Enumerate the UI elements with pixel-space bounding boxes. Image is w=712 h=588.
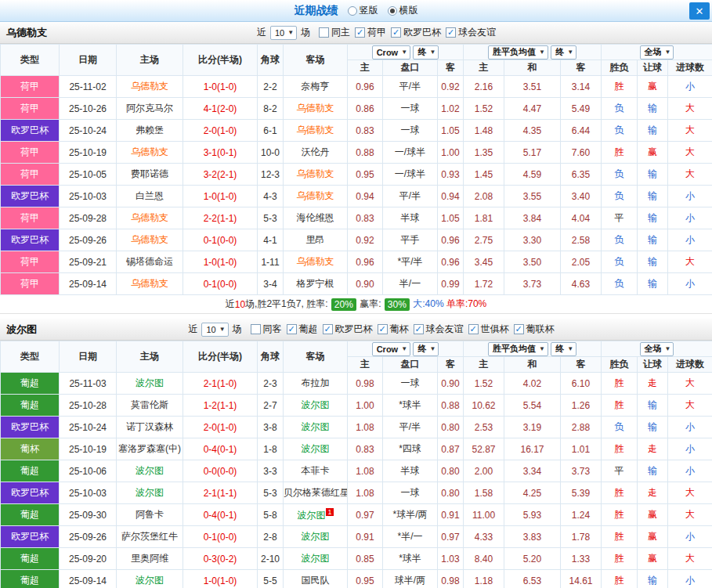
avg-away-odds: 5.39 xyxy=(561,482,602,504)
filter-option-同客[interactable]: 同客 xyxy=(251,323,282,336)
chevron-down-icon: ▼ xyxy=(429,345,436,352)
handicap-result-cell: 赢 xyxy=(638,526,668,548)
handicap-away-odds: 0.97 xyxy=(438,526,464,548)
filter-checkboxes: 同主✓荷甲✓欧罗巴杯✓球会友谊 xyxy=(314,26,496,39)
match-row: 欧罗巴杯25-10-03白兰恩1-0(1-0)4-3乌德勒支0.94平/半0.9… xyxy=(1,186,712,207)
summary-segment: 场,胜2平1负7, xyxy=(245,298,306,311)
avg-select[interactable]: 胜平负均值▼ xyxy=(488,45,548,60)
home-team-cell: 乌德勒支 xyxy=(117,142,183,164)
league-badge: 欧罗巴杯 xyxy=(1,417,60,438)
avg-away-odds: 6.10 xyxy=(561,373,602,395)
checkbox[interactable]: ✓ xyxy=(446,27,456,38)
checkbox[interactable] xyxy=(251,324,261,334)
filter-option-球会友谊[interactable]: ✓球会友谊 xyxy=(414,323,464,336)
match-count-select[interactable]: 10▼ xyxy=(201,323,228,337)
filter-option-荷甲[interactable]: ✓荷甲 xyxy=(355,26,386,39)
avg-away-odds: 6.35 xyxy=(561,164,602,186)
checkbox[interactable]: ✓ xyxy=(391,27,401,38)
handicap-line: 球半/两 xyxy=(383,570,438,588)
corner-cell: 12-3 xyxy=(258,164,284,186)
handicap-away-odds: 1.05 xyxy=(438,207,464,229)
col-avg-draw: 和 xyxy=(504,60,561,76)
filter-option-葡超[interactable]: ✓葡超 xyxy=(287,323,318,336)
col-corner: 角球 xyxy=(258,341,284,373)
near-label: 近 xyxy=(188,323,197,336)
col-goals: 进球数 xyxy=(668,357,712,373)
date-cell: 25-10-28 xyxy=(60,395,117,417)
radio-vertical[interactable]: 竖版 xyxy=(348,4,378,17)
checkbox[interactable]: ✓ xyxy=(378,324,388,334)
away-team-cell: 波尔图 xyxy=(284,417,348,438)
period-select[interactable]: 终▼ xyxy=(551,342,576,356)
handicap-result-cell: 输 xyxy=(638,460,668,482)
filter-option-葡杯[interactable]: ✓葡杯 xyxy=(378,323,409,336)
filter-option-同主[interactable]: 同主 xyxy=(319,26,350,39)
avg-away-odds: 4.04 xyxy=(561,207,602,229)
full-select[interactable]: 全场▼ xyxy=(640,342,674,356)
away-team-cell: 格罗宁根 xyxy=(284,273,348,295)
chevron-down-icon: ▼ xyxy=(429,49,436,56)
checkbox[interactable]: ✓ xyxy=(514,324,524,334)
avg-draw-odds: 3.34 xyxy=(504,460,561,482)
avg-select[interactable]: 胜平负均值▼ xyxy=(488,342,548,356)
checkbox[interactable]: ✓ xyxy=(468,324,479,334)
avg-draw-odds: 3.51 xyxy=(504,76,561,98)
filter-option-欧罗巴杯[interactable]: ✓欧罗巴杯 xyxy=(323,323,373,336)
matches-tbody: 荷甲25-11-02乌德勒支1-0(1-0)2-2奈梅亨0.96平/半0.922… xyxy=(1,76,712,295)
chevron-down-icon: ▼ xyxy=(567,345,573,352)
radio-horizontal[interactable]: 横版 xyxy=(388,4,418,17)
col-handicap: 盘口 xyxy=(383,60,438,76)
score-cell: 3-2(2-1) xyxy=(183,164,258,186)
team-name: 波尔图 xyxy=(6,323,37,337)
select-value: 胜平负均值 xyxy=(493,343,536,355)
match-count-select[interactable]: 10▼ xyxy=(270,26,297,40)
chevron-down-icon: ▼ xyxy=(401,49,407,56)
league-badge: 荷甲 xyxy=(1,164,60,186)
corner-cell: 5-3 xyxy=(258,207,284,229)
chevron-down-icon: ▼ xyxy=(567,49,573,56)
avg-home-odds: 8.40 xyxy=(464,548,504,570)
col-corner: 角球 xyxy=(258,45,284,76)
select-value: Crow xyxy=(377,48,399,57)
filter-option-葡联杯[interactable]: ✓葡联杯 xyxy=(514,323,555,336)
select-value: 全场 xyxy=(645,46,662,58)
summary-segment: 近 xyxy=(226,298,235,311)
date-cell: 25-10-03 xyxy=(60,482,117,504)
checkbox[interactable]: ✓ xyxy=(355,27,365,38)
col-avg-home: 主 xyxy=(464,60,504,76)
league-badge: 葡超 xyxy=(1,504,60,526)
score-cell: 3-1(0-1) xyxy=(183,142,258,164)
handicap-away-odds: 0.98 xyxy=(438,570,464,588)
avg-away-odds: 1.24 xyxy=(561,504,602,526)
near-label: 近 xyxy=(257,26,266,39)
handicap-away-odds: 1.03 xyxy=(438,548,464,570)
result-cell: 负 xyxy=(602,164,638,186)
chevron-down-icon: ▼ xyxy=(287,29,294,36)
checkbox[interactable]: ✓ xyxy=(287,324,297,334)
corner-cell: 3-4 xyxy=(258,273,284,295)
filter-option-球会友谊[interactable]: ✓球会友谊 xyxy=(446,26,496,39)
period-select[interactable]: 终▼ xyxy=(551,45,576,60)
filter-option-欧罗巴杯[interactable]: ✓欧罗巴杯 xyxy=(391,26,441,39)
league-badge: 葡超 xyxy=(1,395,60,417)
goals-result-cell: 小 xyxy=(668,417,712,438)
handicap-result-cell: 输 xyxy=(638,251,668,273)
checkbox[interactable] xyxy=(319,27,329,38)
home-team-cell: 萨尔茨堡红牛 xyxy=(117,526,183,548)
period-select[interactable]: 终▼ xyxy=(413,45,439,60)
bookmaker-select[interactable]: Crow▼ xyxy=(372,342,410,356)
filter-option-世俱杯[interactable]: ✓世俱杯 xyxy=(468,323,509,336)
match-row: 葡杯25-10-19塞洛罗森塞(中)0-4(0-1)1-8波尔图0.83*四球0… xyxy=(1,438,712,460)
close-button[interactable]: ✕ xyxy=(689,2,710,20)
away-team-cell: 乌德勒支 xyxy=(284,251,348,273)
full-select[interactable]: 全场▼ xyxy=(640,45,674,60)
avg-home-odds: 1.58 xyxy=(464,482,504,504)
checkbox[interactable]: ✓ xyxy=(323,324,333,334)
handicap-away-odds: 0.90 xyxy=(438,373,464,395)
checkbox-label: 葡超 xyxy=(299,323,318,336)
period-select[interactable]: 终▼ xyxy=(413,342,439,356)
checkbox[interactable]: ✓ xyxy=(414,324,424,334)
handicap-away-odds: 0.87 xyxy=(438,438,464,460)
bookmaker-select[interactable]: Crow▼ xyxy=(372,45,410,60)
date-cell: 25-09-26 xyxy=(60,229,117,251)
